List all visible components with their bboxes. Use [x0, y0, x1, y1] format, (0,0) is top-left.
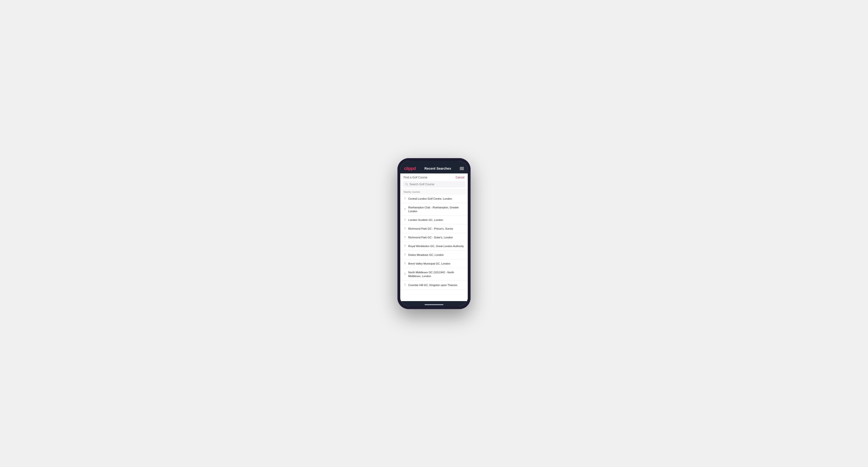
list-item[interactable]: Richmond Park GC - Duke's, London — [400, 233, 468, 242]
pin-icon — [404, 227, 406, 230]
menu-icon[interactable] — [460, 167, 464, 170]
course-name: Roehampton Club - Roehampton, Greater Lo… — [408, 206, 464, 213]
pin-icon — [404, 253, 406, 256]
home-indicator — [400, 301, 468, 306]
pin-icon — [404, 197, 406, 200]
nav-bar: clippd Recent Searches — [400, 164, 468, 174]
course-name: North Middlesex GC (1011942 - North Midd… — [408, 271, 464, 278]
svg-point-9 — [405, 263, 405, 263]
list-item[interactable]: Brent Valley Municipal GC, London — [400, 259, 468, 268]
cancel-button[interactable]: Cancel — [456, 176, 464, 179]
course-name: Richmond Park GC - Prince's, Surrey — [408, 227, 453, 230]
pin-icon — [404, 283, 406, 287]
course-name: Royal Wimbledon GC, Great London Authori… — [408, 244, 464, 248]
svg-point-10 — [405, 274, 405, 274]
content-area: Find a Golf Course Cancel Nearby courses — [400, 174, 468, 301]
course-name: Richmond Park GC - Duke's, London — [408, 236, 453, 239]
svg-point-5 — [405, 228, 405, 228]
list-item[interactable]: Richmond Park GC - Prince's, Surrey — [400, 224, 468, 233]
course-name: Dukes Meadows GC, London — [408, 253, 444, 257]
find-label: Find a Golf Course — [404, 176, 427, 179]
pin-icon — [404, 273, 406, 276]
phone-screen: clippd Recent Searches Find a Golf Cours… — [400, 161, 468, 306]
search-icon — [405, 183, 408, 186]
pin-icon — [404, 236, 406, 239]
pin-icon — [404, 208, 406, 211]
pin-icon — [404, 218, 406, 222]
pin-icon — [404, 262, 406, 265]
list-item[interactable]: Coombe Hill GC, Kingston upon Thames — [400, 281, 468, 289]
nearby-section-label: Nearby courses — [400, 189, 468, 194]
pin-icon — [404, 245, 406, 248]
find-bar: Find a Golf Course Cancel — [400, 174, 468, 181]
course-name: Central London Golf Centre, London — [408, 197, 452, 200]
svg-point-3 — [405, 209, 405, 209]
list-item[interactable]: London Scottish GC, London — [400, 216, 468, 224]
home-bar — [425, 304, 443, 305]
phone-device: clippd Recent Searches Find a Golf Cours… — [397, 158, 471, 309]
svg-point-7 — [405, 245, 405, 246]
svg-point-2 — [405, 198, 405, 198]
app-logo: clippd — [404, 166, 416, 171]
nav-title: Recent Searches — [425, 166, 451, 170]
svg-point-4 — [405, 219, 405, 220]
course-name: Brent Valley Municipal GC, London — [408, 262, 450, 266]
svg-point-11 — [405, 284, 405, 285]
search-box — [403, 181, 465, 188]
list-item[interactable]: Royal Wimbledon GC, Great London Authori… — [400, 242, 468, 251]
course-name: Coombe Hill GC, Kingston upon Thames — [408, 283, 457, 287]
status-bar — [400, 161, 468, 164]
list-item[interactable]: Roehampton Club - Roehampton, Greater Lo… — [400, 203, 468, 216]
search-wrap — [400, 181, 468, 189]
svg-point-8 — [405, 254, 405, 255]
list-item[interactable]: North Middlesex GC (1011942 - North Midd… — [400, 268, 468, 281]
search-input[interactable] — [409, 183, 463, 186]
svg-line-1 — [407, 185, 408, 185]
svg-point-6 — [405, 237, 405, 237]
course-list: Central London Golf Centre, London Roeha… — [400, 194, 468, 301]
course-name: London Scottish GC, London — [408, 218, 443, 222]
list-item[interactable]: Central London Golf Centre, London — [400, 194, 468, 203]
list-item[interactable]: Dukes Meadows GC, London — [400, 251, 468, 259]
